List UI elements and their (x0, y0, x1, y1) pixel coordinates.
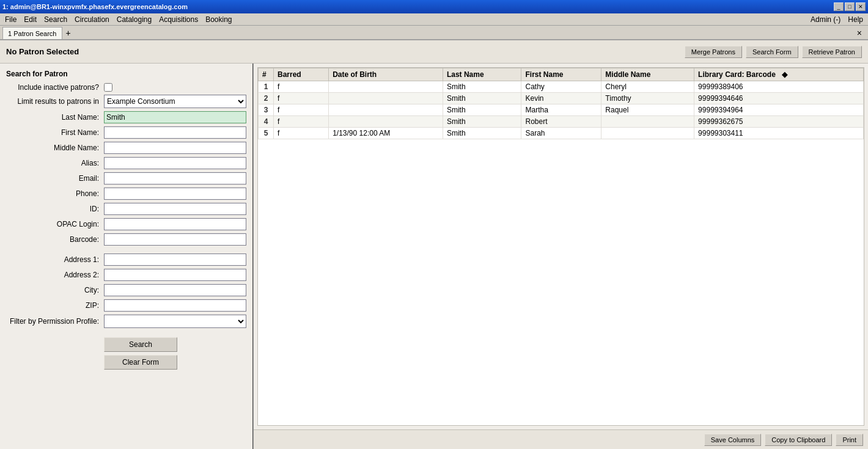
cell-barred: f (274, 104, 329, 116)
opac-login-input[interactable] (104, 218, 246, 230)
address2-row: Address 2: (6, 269, 246, 281)
cell-lastname: Smith (443, 128, 521, 139)
address2-input[interactable] (104, 269, 246, 281)
zip-input[interactable] (104, 299, 246, 312)
cell-firstname: Kevin (521, 93, 601, 104)
search-form-button[interactable]: Search Form (746, 46, 798, 58)
tab-close-icon[interactable]: × (853, 27, 866, 39)
cell-firstname: Martha (521, 104, 601, 116)
print-button[interactable]: Print (836, 434, 863, 446)
menu-admin[interactable]: Admin (-) (807, 14, 844, 25)
clear-form-button[interactable]: Clear Form (104, 355, 177, 370)
table-row[interactable]: 4 f Smith Robert 99999362675 (259, 116, 864, 128)
tab-bar: 1 Patron Search + × (0, 26, 868, 40)
city-label: City: (6, 286, 104, 294)
results-table: # Barred Date of Birth Last Name First N… (258, 68, 864, 139)
col-header-lastname[interactable]: Last Name (443, 68, 521, 81)
close-button[interactable]: ✕ (856, 2, 866, 11)
menu-cataloging[interactable]: Cataloging (113, 14, 155, 25)
menu-booking[interactable]: Booking (202, 14, 235, 25)
title-bar-text: 1: admin@BR1-winxpvmfx.phasefx.evergreen… (2, 3, 188, 10)
id-input[interactable] (104, 203, 246, 215)
save-columns-button[interactable]: Save Columns (704, 434, 762, 446)
table-row[interactable]: 5 f 1/13/90 12:00 AM Smith Sarah 9999930… (259, 128, 864, 139)
menu-acquisitions[interactable]: Acquisitions (155, 14, 202, 25)
col-header-barred[interactable]: Barred (274, 68, 329, 81)
middle-name-input[interactable] (104, 142, 246, 154)
menu-help[interactable]: Help (844, 14, 867, 25)
phone-row: Phone: (6, 188, 246, 200)
cell-dob (329, 104, 443, 116)
maximize-button[interactable]: □ (845, 2, 855, 11)
limit-results-select[interactable]: Example Consortium (104, 95, 246, 108)
city-row: City: (6, 284, 246, 296)
merge-patrons-button[interactable]: Merge Patrons (685, 46, 742, 58)
alias-row: Alias: (6, 157, 246, 169)
col-header-dob[interactable]: Date of Birth (329, 68, 443, 81)
cell-num: 3 (259, 104, 274, 116)
content-area: Search for Patron Include inactive patro… (0, 64, 868, 449)
col-header-num[interactable]: # (259, 68, 274, 81)
tab-patron-search[interactable]: 1 Patron Search (2, 27, 62, 39)
cell-firstname: Robert (521, 116, 601, 128)
barcode-input[interactable] (104, 233, 246, 246)
filter-profile-row: Filter by Permission Profile: (6, 315, 246, 328)
cell-middlename: Cheryl (601, 81, 694, 93)
search-button[interactable]: Search (104, 337, 177, 352)
tab-add-button[interactable]: + (62, 27, 75, 39)
cell-num: 5 (259, 128, 274, 139)
table-row[interactable]: 1 f Smith Cathy Cheryl 99999389406 (259, 81, 864, 93)
col-header-firstname[interactable]: First Name (521, 68, 601, 81)
search-form-title: Search for Patron (6, 70, 246, 78)
table-row[interactable]: 3 f Smith Martha Raquel 99999394964 (259, 104, 864, 116)
retrieve-patron-button[interactable]: Retrieve Patron (802, 46, 862, 58)
cell-barcode: 99999389406 (694, 81, 864, 93)
cell-barred: f (274, 93, 329, 104)
cell-middlename: Timothy (601, 93, 694, 104)
opac-login-row: OPAC Login: (6, 218, 246, 230)
barcode-row: Barcode: (6, 233, 246, 246)
col-header-middlename[interactable]: Middle Name (601, 68, 694, 81)
email-input[interactable] (104, 172, 246, 184)
first-name-input[interactable] (104, 126, 246, 139)
cell-lastname: Smith (443, 81, 521, 93)
results-outer: # Barred Date of Birth Last Name First N… (254, 64, 868, 449)
zip-label: ZIP: (6, 301, 104, 310)
include-inactive-label: Include inactive patrons? (6, 83, 104, 92)
cell-barcode: 99999394964 (694, 104, 864, 116)
last-name-row: Last Name: (6, 111, 246, 123)
title-bar: 1: admin@BR1-winxpvmfx.phasefx.evergreen… (0, 0, 868, 13)
address1-input[interactable] (104, 254, 246, 266)
first-name-label: First Name: (6, 128, 104, 137)
menu-edit[interactable]: Edit (20, 14, 40, 25)
cell-dob (329, 116, 443, 128)
copy-clipboard-button[interactable]: Copy to Clipboard (765, 434, 832, 446)
results-table-scroll[interactable]: # Barred Date of Birth Last Name First N… (258, 68, 864, 425)
phone-label: Phone: (6, 189, 104, 198)
cell-dob: 1/13/90 12:00 AM (329, 128, 443, 139)
tab-label: 1 Patron Search (8, 30, 57, 37)
menu-file[interactable]: File (1, 14, 20, 25)
cell-firstname: Sarah (521, 128, 601, 139)
city-input[interactable] (104, 284, 246, 296)
include-inactive-checkbox[interactable] (104, 83, 112, 92)
cell-lastname: Smith (443, 104, 521, 116)
phone-input[interactable] (104, 188, 246, 200)
email-row: Email: (6, 172, 246, 184)
cell-firstname: Cathy (521, 81, 601, 93)
middle-name-label: Middle Name: (6, 144, 104, 152)
last-name-input[interactable] (104, 111, 246, 123)
menu-circulation[interactable]: Circulation (71, 14, 113, 25)
minimize-button[interactable]: _ (834, 2, 844, 11)
cell-barred: f (274, 116, 329, 128)
title-bar-buttons: _ □ ✕ (834, 2, 866, 11)
cell-middlename: Raquel (601, 104, 694, 116)
col-header-barcode[interactable]: Library Card: Barcode ◆ (694, 68, 864, 81)
cell-num: 2 (259, 93, 274, 104)
cell-barcode: 99999303411 (694, 128, 864, 139)
table-row[interactable]: 2 f Smith Kevin Timothy 99999394646 (259, 93, 864, 104)
menu-search[interactable]: Search (40, 14, 71, 25)
last-name-label: Last Name: (6, 113, 104, 122)
alias-input[interactable] (104, 157, 246, 169)
filter-profile-select[interactable] (104, 315, 246, 328)
